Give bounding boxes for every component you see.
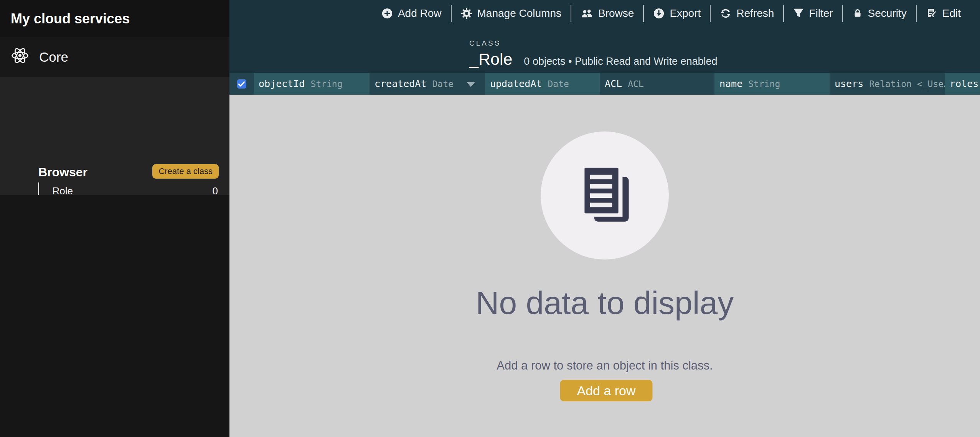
class-meta-text: 0 objects • Public Read and Write enable… (524, 56, 717, 67)
add-row-toolbar-button[interactable]: Add Row (372, 7, 451, 20)
empty-state-title: No data to display (229, 286, 980, 320)
sidebar-item-core[interactable]: Core (0, 37, 229, 77)
toolbar-separator (783, 5, 784, 22)
security-toolbar-button[interactable]: Security (843, 7, 916, 20)
empty-state-subtitle: Add a row to store an object in this cla… (229, 359, 980, 373)
users-icon (581, 8, 593, 19)
browser-heading: Browser (38, 165, 87, 179)
empty-state-badge (541, 131, 669, 260)
export-toolbar-button[interactable]: Export (644, 7, 710, 20)
app-title: My cloud services (0, 0, 229, 37)
browser-section: Browser Create a class _Role 0 _User 0 L… (0, 77, 229, 195)
atom-icon (10, 46, 30, 69)
manage-columns-toolbar-button[interactable]: Manage Columns (452, 7, 571, 20)
create-class-button[interactable]: Create a class (152, 164, 219, 179)
download-circle-icon (653, 8, 665, 19)
class-eyebrow-label: CLASS (469, 39, 718, 48)
refresh-toolbar-button[interactable]: Refresh (711, 7, 783, 20)
toolbar-separator (571, 5, 571, 22)
core-label: Core (39, 49, 68, 65)
plus-circle-icon (381, 8, 393, 19)
table-header-row: objectId String createdAt Date updatedAt… (229, 73, 980, 95)
sidebar: My cloud services Core Browser Create a … (0, 0, 229, 437)
toolbar-separator (916, 5, 917, 22)
toolbar-separator (842, 5, 843, 22)
browse-toolbar-button[interactable]: Browse (571, 7, 643, 20)
select-all-checkbox[interactable] (237, 79, 246, 89)
column-header-objectid[interactable]: objectId String (254, 73, 370, 95)
edit-icon (926, 8, 937, 19)
select-all-cell (229, 73, 254, 95)
column-header-name[interactable]: name String (714, 73, 830, 95)
class-header: CLASS _Role 0 objects • Public Read and … (469, 39, 718, 69)
column-header-roles[interactable]: roles (945, 73, 980, 95)
toolbar-separator (710, 5, 711, 22)
edit-toolbar-button[interactable]: Edit (917, 7, 970, 20)
class-name-title: _Role (469, 50, 512, 69)
column-header-createdat[interactable]: createdAt Date (370, 73, 485, 95)
filter-icon (793, 8, 804, 19)
toolbar: Add Row (229, 0, 980, 27)
refresh-icon (720, 8, 731, 19)
gear-icon (461, 8, 472, 19)
toolbar-separator (451, 5, 452, 22)
documents-icon (579, 166, 631, 225)
column-header-acl[interactable]: ACL ACL (600, 73, 714, 95)
sidebar-footer-area (0, 195, 229, 437)
toolbar-separator (643, 5, 644, 22)
add-a-row-button[interactable]: Add a row (560, 380, 652, 401)
parse-dashboard-page: My cloud services Core Browser Create a … (0, 0, 980, 437)
column-header-updatedat[interactable]: updatedAt Date (485, 73, 600, 95)
sort-desc-icon[interactable] (467, 82, 475, 87)
lock-icon (852, 8, 863, 19)
filter-toolbar-button[interactable]: Filter (784, 7, 842, 20)
column-header-users[interactable]: users Relation <_Use… (830, 73, 945, 95)
